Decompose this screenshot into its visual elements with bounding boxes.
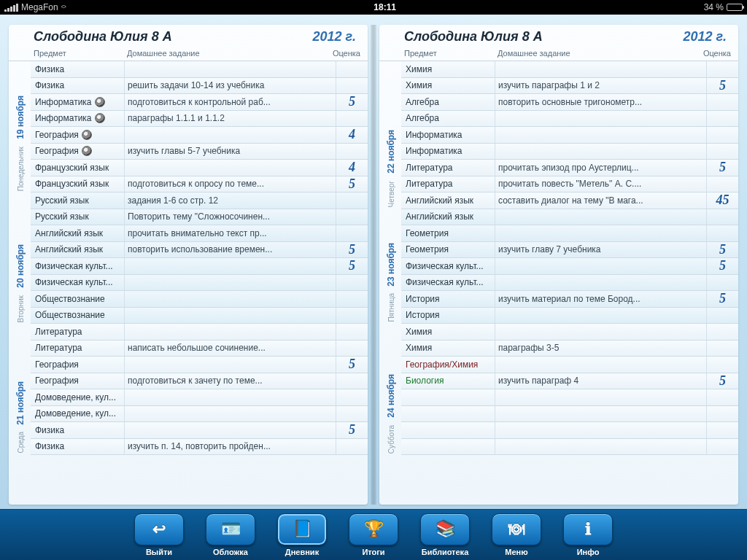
lesson-row[interactable]: География5 [31, 357, 368, 373]
lesson-row[interactable]: Физическая культ...5 [31, 258, 368, 275]
lesson-row[interactable] [401, 422, 738, 439]
toolbar-cover-button[interactable]: 🪪Обложка [206, 513, 255, 556]
lesson-row[interactable]: Физика5 [31, 422, 368, 439]
subject-cell: Физика [31, 80, 124, 90]
subject-cell: Английский язык [31, 228, 124, 238]
toolbar-exit-button[interactable]: ↩Выйти [134, 513, 184, 556]
lesson-row[interactable]: Домоведение, кул... [31, 406, 368, 423]
col-homework: Домашнее задание [127, 49, 324, 58]
lesson-row[interactable]: Алгебраповторить основные тригонометр... [401, 94, 738, 111]
lesson-row[interactable]: Домоведение, кул... [31, 389, 368, 406]
lesson-row[interactable]: Физическая культ...5 [401, 258, 738, 275]
lesson-row[interactable] [401, 389, 738, 406]
homework-cell: изучить материал по теме Бород... [495, 291, 706, 307]
right-page: Слободина Юлия 8 А 2012 г. Предмет Домаш… [379, 25, 738, 505]
homework-cell [495, 422, 706, 438]
toolbar-diary-button[interactable]: 📘Дневник [277, 513, 327, 556]
lesson-row[interactable]: Литература [31, 324, 368, 341]
toolbar-library-button[interactable]: 📚Библиотека [420, 513, 470, 556]
lesson-row[interactable]: Физическая культ... [31, 275, 368, 292]
grade-cell [336, 209, 368, 225]
grade-cell [706, 275, 738, 291]
lesson-row[interactable]: Французский язык4 [31, 160, 368, 176]
lesson-row[interactable]: Историяизучить материал по теме Бород...… [401, 291, 738, 308]
toolbar-label: Дневник [285, 548, 319, 556]
lesson-row[interactable]: Физическая культ... [401, 275, 738, 292]
subject-cell: Физика [31, 441, 124, 451]
toolbar-label: Инфо [577, 548, 600, 556]
lesson-row[interactable]: Обществознание [31, 291, 368, 308]
lesson-row[interactable]: География/Химия [401, 357, 738, 373]
lesson-row[interactable]: Английский язык [401, 209, 738, 226]
lesson-row[interactable]: Информатикапараграфы 1.1.1 и 1.1.2 [31, 111, 368, 128]
lesson-row[interactable]: Французский языкподготовиться к опросу п… [31, 176, 368, 193]
toolbar-menu-button[interactable]: 🍽Меню [492, 513, 541, 556]
lesson-row[interactable]: Английский языкпрочитать внимательно тек… [31, 225, 368, 242]
lesson-row[interactable]: Информатикаподготовиться к контрольной р… [31, 94, 368, 111]
date-label: 22 ноября [386, 128, 396, 174]
subject-cell: Русский язык [31, 195, 124, 206]
day-block: 20 ноябряВторникРусский языкзадания 1-6 … [9, 192, 368, 324]
lesson-row[interactable] [401, 439, 738, 456]
lesson-row[interactable]: Физика [31, 61, 368, 78]
lesson-row[interactable]: Физикаизучить п. 14, повторить пройден..… [31, 439, 368, 456]
subject-cell: Алгебра [401, 113, 495, 123]
subject-cell: Биология [401, 376, 495, 386]
homework-cell [495, 209, 706, 225]
lesson-row[interactable]: Геометрияизучить главу 7 учебника5 [401, 242, 738, 259]
lesson-row[interactable]: Английский языксоставить диалог на тему … [401, 192, 738, 209]
lesson-row[interactable]: Информатика [401, 144, 738, 160]
lesson-row[interactable]: Географияизучить главы 5-7 учебника [31, 144, 368, 160]
lesson-row[interactable]: Русский языкзадания 1-6 со стр. 12 [31, 192, 368, 209]
homework-cell [124, 422, 336, 438]
grade-cell [336, 192, 368, 209]
homework-cell [495, 225, 706, 241]
day-block: 19 ноябряПонедельникФизикаФизикарешить з… [9, 61, 368, 192]
homework-cell: прочитать эпизод про Аустерлиц... [495, 160, 706, 176]
homework-cell [495, 439, 706, 455]
subject-cell: Литература [31, 343, 124, 353]
library-icon: 📚 [420, 513, 470, 545]
subject-cell: Информатика [31, 97, 124, 107]
date-label: 24 ноября [386, 373, 396, 418]
lesson-row[interactable]: Английский языкповторить использование в… [31, 242, 368, 259]
lesson-row[interactable]: Географияподготовиться к зачету по теме.… [31, 373, 368, 390]
lesson-row[interactable]: Литературапрочитать эпизод про Аустерлиц… [401, 160, 738, 176]
lesson-row[interactable]: География4 [31, 127, 368, 144]
grade-cell: 4 [336, 160, 368, 176]
lesson-row[interactable]: Биологияизучить параграф 45 [401, 373, 738, 390]
lesson-row[interactable]: Химияизучить параграфы 1 и 25 [401, 78, 738, 95]
lesson-row[interactable]: Химияпараграфы 3-5 [401, 341, 738, 357]
student-name: Слободина Юлия 8 А [34, 29, 172, 44]
wifi-icon: ⌔ [61, 3, 66, 12]
lesson-row[interactable]: Химия [401, 324, 738, 341]
subject-cell: Английский язык [401, 211, 495, 222]
lesson-row[interactable]: История [401, 308, 738, 324]
lesson-row[interactable]: Русский языкПовторить тему "Сложносочине… [31, 209, 368, 226]
lesson-row[interactable]: Информатика [401, 127, 738, 144]
day-block: 23 ноябряПятницаАнглийский языкГеометрия… [379, 209, 738, 324]
lesson-row[interactable]: Алгебра [401, 111, 738, 128]
homework-cell: изучить параграф 4 [495, 373, 706, 389]
lesson-row[interactable]: Обществознание [31, 308, 368, 324]
subject-cell: Физика [31, 425, 124, 435]
lesson-row[interactable]: Геометрия [401, 225, 738, 242]
lesson-row[interactable]: Физикарешить задачи 10-14 из учебника [31, 78, 368, 95]
lesson-row[interactable]: Химия [401, 61, 738, 78]
toolbar-results-button[interactable]: 🏆Итоги [349, 513, 398, 556]
lesson-row[interactable] [401, 406, 738, 423]
homework-cell: параграфы 3-5 [495, 341, 706, 357]
subject-cell: Английский язык [401, 195, 495, 206]
grade-cell [706, 324, 738, 340]
subject-cell: Домоведение, кул... [31, 408, 124, 419]
cover-icon: 🪪 [206, 513, 255, 545]
student-name: Слободина Юлия 8 А [404, 29, 543, 44]
subject-cell: Алгебра [401, 97, 495, 107]
grade-cell [706, 127, 738, 143]
homework-cell [124, 389, 336, 405]
toolbar-info-button[interactable]: ℹИнфо [563, 513, 613, 556]
col-grade: Оценка [694, 49, 735, 58]
lesson-row[interactable]: Литературанаписать небольшое сочинение..… [31, 341, 368, 357]
day-tab: 23 ноябряПятница [381, 209, 401, 324]
lesson-row[interactable]: Литературапрочитать повесть "Метель" А. … [401, 176, 738, 193]
